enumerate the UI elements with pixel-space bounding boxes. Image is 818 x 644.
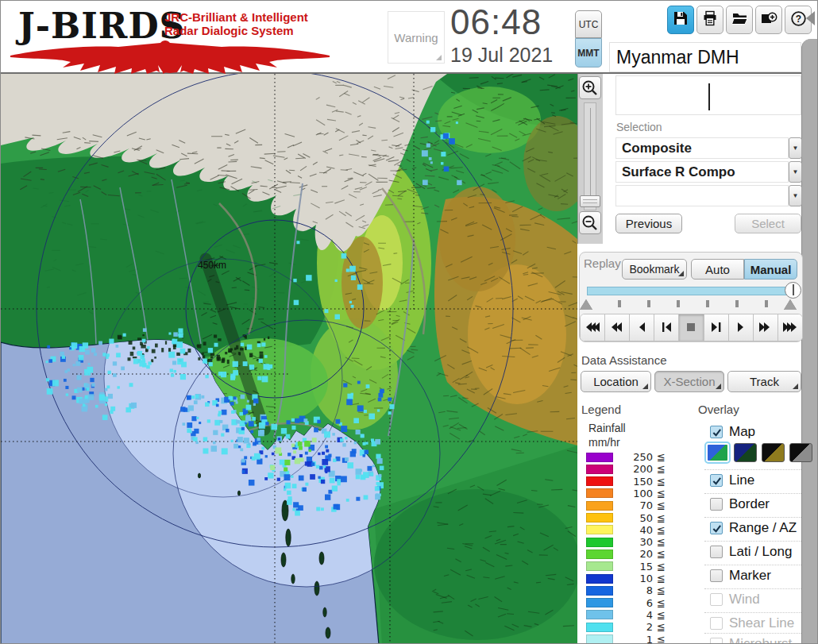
- legend-color-swatch: [586, 623, 613, 632]
- legend-row: 20≦: [586, 548, 666, 560]
- play-reverse-icon: [635, 321, 650, 335]
- fast-forward-button[interactable]: [754, 314, 778, 341]
- legend-row: 70≦: [586, 499, 666, 511]
- timeline-start-marker: [580, 299, 592, 310]
- zoom-slider-thumb[interactable]: [580, 195, 600, 207]
- toolbar: ?: [667, 6, 812, 34]
- selection-dropdown-2[interactable]: Surface R Compo: [615, 161, 789, 183]
- overlay-item-line[interactable]: Line: [704, 469, 801, 491]
- replay-label: Replay: [584, 256, 621, 270]
- track-button[interactable]: Track: [727, 371, 801, 392]
- legend-lte-symbol: ≦: [657, 451, 666, 463]
- legend-color-swatch: [586, 525, 613, 534]
- checkbox-checked[interactable]: [710, 426, 723, 438]
- jbirds-app-window: J-BIRDS JRC-Brilliant & Intelligent Rada…: [0, 0, 818, 644]
- legend-units: mm/hr: [588, 436, 620, 449]
- add-image-button[interactable]: [755, 6, 782, 34]
- timezone-utc-button[interactable]: UTC: [575, 10, 602, 38]
- radar-map-view[interactable]: 450km: [1, 74, 577, 644]
- legend-row: 200≦: [586, 463, 666, 475]
- overlay-item-map[interactable]: Map: [704, 422, 801, 442]
- timeline-tick: [735, 300, 739, 307]
- overlay-item-label: Wind: [729, 592, 760, 607]
- checkbox-unchecked[interactable]: [710, 498, 723, 511]
- previous-button[interactable]: Previous: [615, 214, 682, 233]
- map-style-black-gray[interactable]: [789, 443, 812, 462]
- auto-button[interactable]: Auto: [691, 259, 744, 280]
- legend-lte-symbol: ≦: [657, 621, 666, 633]
- help-icon: ?: [790, 10, 807, 30]
- station-display-divider: [708, 83, 710, 110]
- play-button[interactable]: [729, 314, 754, 341]
- selection-dropdown-2-arrow-icon[interactable]: ▼: [789, 161, 802, 183]
- selection-dropdown-3[interactable]: [615, 185, 789, 206]
- legend-lte-symbol: ≦: [657, 488, 666, 499]
- fast-forward-icon: [758, 321, 773, 335]
- legend-color-swatch: [586, 561, 613, 571]
- timezone-mmt-button[interactable]: MMT: [575, 38, 602, 67]
- play-reverse-button[interactable]: [630, 314, 654, 341]
- open-folder-button[interactable]: [726, 6, 753, 34]
- replay-timeline-bar[interactable]: [587, 287, 797, 295]
- overlay-item-range-az[interactable]: Range / AZ: [704, 517, 801, 538]
- map-style-blue-green-selected[interactable]: [706, 443, 729, 462]
- timeline-tick: [706, 300, 709, 307]
- checkbox-disabled[interactable]: [710, 593, 723, 606]
- timeline-tick: [618, 300, 621, 307]
- overlay-item-marker[interactable]: Marker: [704, 565, 801, 586]
- overlay-item-border[interactable]: Border: [704, 493, 801, 515]
- map-style-black-olive[interactable]: [762, 443, 785, 462]
- select-button[interactable]: Select: [735, 214, 801, 233]
- fast-rewind-icon: [610, 321, 625, 335]
- selection-dropdown-1[interactable]: Composite: [615, 137, 789, 159]
- checkbox-checked[interactable]: [710, 474, 723, 487]
- station-display-box: [615, 75, 801, 115]
- stop-button[interactable]: [679, 314, 704, 341]
- zoom-slider-track[interactable]: [584, 102, 596, 210]
- overlay-item-wind[interactable]: Wind: [704, 588, 801, 610]
- checkbox-checked[interactable]: [710, 522, 723, 534]
- print-button[interactable]: [696, 6, 723, 34]
- step-forward-button[interactable]: [704, 314, 729, 341]
- range-ring-label: 450km: [198, 260, 226, 271]
- bookmark-button[interactable]: Bookmark: [622, 259, 687, 280]
- station-title: Myanmar DMH: [609, 42, 801, 72]
- location-button[interactable]: Location: [581, 371, 651, 392]
- replay-timeline-thumb[interactable]: [785, 282, 801, 299]
- overlay-item-shear-line[interactable]: Shear Line: [704, 612, 801, 634]
- panel-collapse-arrow-icon[interactable]: [806, 11, 815, 25]
- checkbox-disabled[interactable]: [710, 638, 723, 644]
- legend-value: 1: [616, 634, 653, 644]
- legend-value: 4: [616, 609, 653, 621]
- legend-row: 6≦: [586, 597, 666, 609]
- selection-dropdown-1-arrow-icon[interactable]: ▼: [789, 137, 802, 159]
- checkbox-disabled[interactable]: [710, 617, 723, 630]
- radar-map-svg: 450km: [1, 74, 577, 644]
- step-back-button[interactable]: [654, 314, 679, 341]
- fast-rewind-button[interactable]: [605, 314, 630, 341]
- jump-end-button[interactable]: [778, 314, 802, 341]
- eagle-logo-icon: [7, 39, 333, 74]
- jump-start-button[interactable]: [581, 314, 605, 341]
- legend-row: 100≦: [586, 488, 666, 499]
- map-style-navy-darkgreen[interactable]: [734, 443, 757, 462]
- legend-row: 8≦: [586, 584, 666, 596]
- legend-value: 200: [616, 463, 653, 475]
- legend-lte-symbol: ≦: [657, 499, 666, 511]
- zoom-out-button[interactable]: [579, 211, 601, 234]
- manual-button[interactable]: Manual: [744, 259, 797, 280]
- zoom-in-button[interactable]: [579, 76, 601, 99]
- overlay-item-label: Shear Line: [729, 615, 794, 631]
- checkbox-unchecked[interactable]: [710, 546, 723, 558]
- legend-lte-symbol: ≦: [657, 597, 666, 609]
- legend-scale: 250≦200≦150≦100≦70≦50≦40≦30≦20≦15≦10≦8≦6…: [586, 451, 681, 644]
- warning-button[interactable]: Warning: [388, 11, 445, 64]
- selection-dropdown-3-arrow-icon[interactable]: ▼: [789, 185, 802, 206]
- checkbox-unchecked[interactable]: [710, 569, 723, 582]
- overlay-item-lati-long[interactable]: Lati / Long: [704, 541, 801, 562]
- legend-lte-symbol: ≦: [657, 524, 666, 536]
- data-assistance-label: Data Assistance: [581, 353, 667, 367]
- overlay-item-microburst[interactable]: Microburst: [704, 633, 801, 644]
- x-section-button[interactable]: X-Section: [654, 371, 724, 392]
- save-button[interactable]: [667, 6, 694, 34]
